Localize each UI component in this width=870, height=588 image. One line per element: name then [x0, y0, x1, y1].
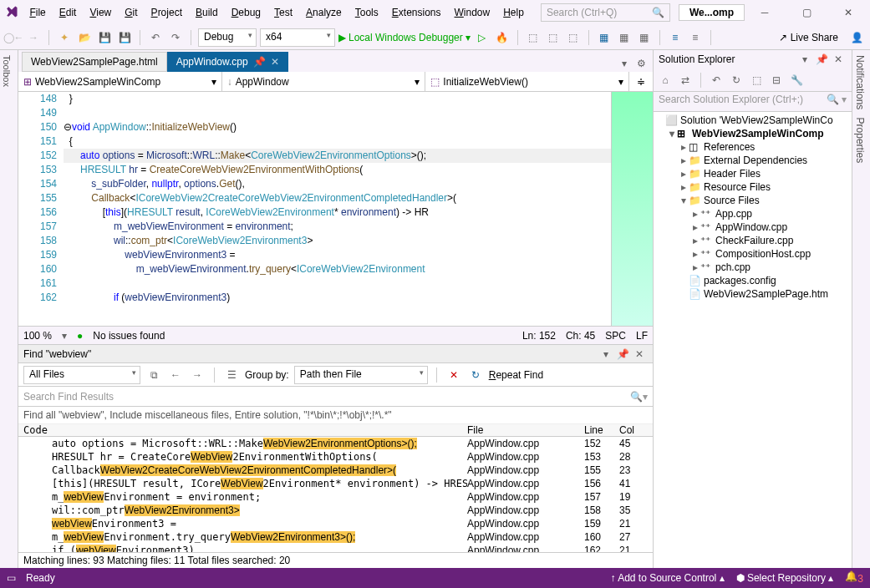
tree-item[interactable]: ▸⁺⁺CheckFailure.cpp: [655, 234, 850, 247]
gear-icon[interactable]: ⚙: [633, 55, 649, 72]
expander-icon[interactable]: ▾: [679, 195, 689, 206]
class-combo[interactable]: ↓AppWindow▾: [222, 72, 426, 91]
col-line-header[interactable]: Line: [584, 424, 619, 436]
groupby-combo[interactable]: Path then File: [294, 366, 428, 384]
filter-combo[interactable]: All Files: [23, 366, 140, 384]
menu-view[interactable]: View: [83, 3, 118, 22]
expander-icon[interactable]: ▸: [690, 235, 700, 246]
repeat-find-button[interactable]: Repeat Find: [489, 369, 543, 381]
open-icon[interactable]: 📂: [76, 29, 93, 46]
save-icon[interactable]: 💾: [96, 29, 113, 46]
hot-reload-icon[interactable]: 🔥: [494, 29, 511, 46]
close-icon[interactable]: ✕: [271, 56, 279, 68]
expander-icon[interactable]: ▸: [690, 248, 700, 260]
step-icon-3[interactable]: ⬚: [565, 29, 582, 46]
find-result-row[interactable]: auto options = Microsoft::WRL::MakeWebVi…: [18, 437, 653, 450]
menu-file[interactable]: File: [23, 3, 52, 22]
toolbox-icon-2[interactable]: ▦: [616, 29, 633, 46]
start-without-debug-icon[interactable]: ▷: [474, 29, 491, 46]
nav-back-icon[interactable]: ◯←: [5, 29, 22, 46]
find-result-row[interactable]: CallbackWebView2CreateCoreWebView2Enviro…: [18, 464, 653, 477]
member-combo[interactable]: ⬚InitializeWebView()▾: [425, 72, 629, 91]
copy-icon[interactable]: ⧉: [145, 367, 162, 383]
tree-item[interactable]: 📄WebView2SamplePage.htm: [655, 287, 850, 301]
find-result-row[interactable]: if (webViewEnvironment3)AppWindow.cpp162…: [18, 544, 653, 552]
next-icon[interactable]: →: [189, 367, 206, 383]
properties-icon[interactable]: 🔧: [788, 72, 805, 89]
document-tab[interactable]: WebView2SamplePage.html: [22, 52, 167, 72]
tree-item[interactable]: ▸📁Header Files: [655, 167, 850, 180]
zoom-combo[interactable]: 100 %: [23, 330, 52, 342]
config-combo[interactable]: Debug: [198, 28, 257, 47]
expander-icon[interactable]: ▸: [690, 221, 700, 233]
account-icon[interactable]: 👤: [848, 29, 865, 46]
select-repo-button[interactable]: ⬢ Select Repository ▴: [736, 572, 834, 584]
minimize-button[interactable]: ─: [748, 3, 781, 23]
find-result-row[interactable]: wil::com_ptrWebView2Environment3>AppWind…: [18, 504, 653, 517]
tree-item[interactable]: ⬜Solution 'WebView2SampleWinCo: [655, 114, 850, 127]
find-result-row[interactable]: m_webViewEnvironment = environment;AppWi…: [18, 490, 653, 504]
home-icon[interactable]: ⌂: [657, 72, 674, 89]
refresh-icon[interactable]: ↻: [467, 367, 484, 383]
notifications-button[interactable]: 🔔3: [845, 570, 863, 585]
minimap[interactable]: [611, 92, 653, 326]
code-editor[interactable]: 1481491501511521531541551561571581591601…: [18, 92, 653, 326]
step-icon[interactable]: ⬚: [525, 29, 542, 46]
tree-item[interactable]: ▸⁺⁺pch.cpp: [655, 261, 850, 274]
expander-icon[interactable]: ▸: [679, 168, 689, 180]
new-project-icon[interactable]: ✦: [56, 29, 73, 46]
pin-icon[interactable]: 📌: [614, 346, 631, 362]
close-button[interactable]: ✕: [832, 3, 865, 23]
document-tab[interactable]: AppWindow.cpp 📌 ✕: [167, 52, 288, 72]
undo-icon[interactable]: ↶: [147, 29, 164, 46]
tree-item[interactable]: ▸⁺⁺CompositionHost.cpp: [655, 247, 850, 261]
expander-icon[interactable]: ▸: [690, 208, 700, 220]
maximize-button[interactable]: ▢: [790, 3, 823, 23]
menu-project[interactable]: Project: [145, 3, 189, 22]
dropdown-icon[interactable]: ▾: [598, 346, 614, 362]
outdent-icon[interactable]: ≡: [687, 29, 704, 46]
toolbox-icon[interactable]: ▦: [596, 29, 613, 46]
tree-item[interactable]: ▸📁External Dependencies: [655, 154, 850, 167]
find-result-row[interactable]: webViewEnvironment3 =AppWindow.cpp15921: [18, 517, 653, 530]
stop-icon[interactable]: ✕: [445, 367, 462, 383]
col-col-header[interactable]: Col: [619, 424, 653, 436]
menu-debug[interactable]: Debug: [225, 3, 267, 22]
prev-icon[interactable]: ←: [167, 367, 184, 383]
tree-item[interactable]: 📄packages.config: [655, 274, 850, 287]
expander-icon[interactable]: ▸: [679, 181, 689, 193]
collapse-icon[interactable]: ⊟: [768, 72, 785, 89]
nav-fwd-icon[interactable]: →: [25, 29, 42, 46]
menu-window[interactable]: Window: [448, 3, 497, 22]
find-search-input[interactable]: Search Find Results 🔍▾: [18, 387, 653, 407]
output-icon[interactable]: ▭: [7, 572, 16, 584]
tree-item[interactable]: ▸◫References: [655, 140, 850, 154]
save-all-icon[interactable]: 💾: [116, 29, 133, 46]
indent-icon[interactable]: ≡: [667, 29, 684, 46]
find-result-row[interactable]: [this](HRESULT result, ICoreWebView2Envi…: [18, 477, 653, 490]
split-icon[interactable]: ≑: [629, 72, 653, 91]
tree-item[interactable]: ▸⁺⁺AppWindow.cpp: [655, 220, 850, 234]
menu-build[interactable]: Build: [189, 3, 225, 22]
notifications-tab[interactable]: Notifications Properties: [852, 50, 870, 568]
col-file-header[interactable]: File: [467, 424, 584, 436]
menu-edit[interactable]: Edit: [53, 3, 84, 22]
list-view-icon[interactable]: ☰: [223, 367, 240, 383]
toolbox-icon-3[interactable]: ▦: [636, 29, 653, 46]
tree-item[interactable]: ▾📁Source Files: [655, 194, 850, 207]
expander-icon[interactable]: ▸: [690, 261, 700, 273]
start-debug-button[interactable]: ▶ Local Windows Debugger ▾: [338, 32, 471, 43]
menu-analyze[interactable]: Analyze: [299, 3, 349, 22]
pin-icon[interactable]: 📌: [253, 56, 266, 68]
close-icon[interactable]: ✕: [830, 51, 847, 68]
step-icon-2[interactable]: ⬚: [545, 29, 562, 46]
expander-icon[interactable]: ▾: [667, 128, 677, 139]
sync-icon[interactable]: ↶: [708, 72, 725, 89]
pin-icon[interactable]: 📌: [813, 51, 830, 68]
redo-icon[interactable]: ↷: [167, 29, 184, 46]
expander-icon[interactable]: ▸: [679, 141, 689, 153]
expander-icon[interactable]: ▸: [679, 155, 689, 166]
menu-git[interactable]: Git: [118, 3, 144, 22]
tree-item[interactable]: ▸⁺⁺App.cpp: [655, 207, 850, 220]
dropdown-icon[interactable]: ▾: [796, 51, 813, 68]
